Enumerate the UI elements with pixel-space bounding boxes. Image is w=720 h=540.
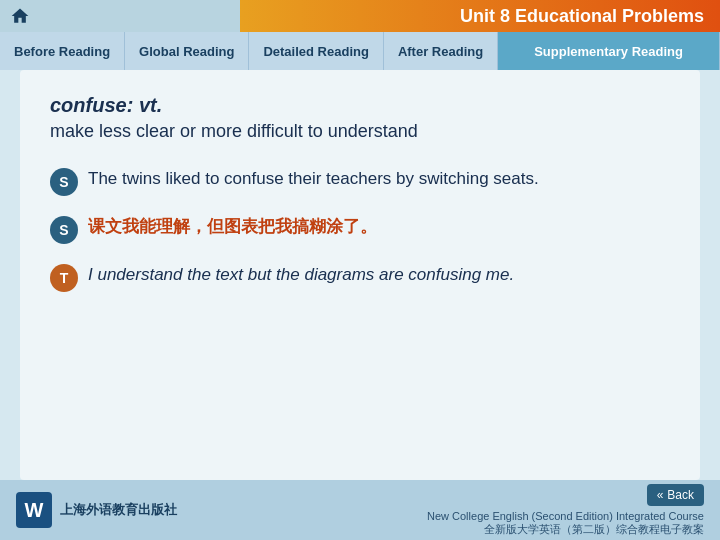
book-line1: New College English (Second Edition) Int… [427,510,704,522]
example-text-1: The twins liked to confuse their teacher… [88,166,539,192]
bullet-s-1: S [50,168,78,196]
book-line2: 全新版大学英语（第二版）综合教程电子教案 [427,522,704,537]
example-text-2: 课文我能理解，但图表把我搞糊涂了。 [88,214,377,240]
logo-text: 上海外语教育出版社 [60,501,177,519]
word-definition: make less clear or more difficult to und… [50,121,670,142]
tab-supplementary-reading[interactable]: Supplementary Reading [498,32,720,70]
home-icon[interactable] [10,6,30,26]
tab-bar: Before Reading Global Reading Detailed R… [0,32,720,70]
tab-before-reading[interactable]: Before Reading [0,32,125,70]
header-bar: Unit 8 Educational Problems [240,0,720,32]
word-pos: vt. [139,94,162,116]
bottom-bar: W 上海外语教育出版社 « Back New College English (… [0,480,720,540]
publisher-logo: W 上海外语教育出版社 [16,492,177,528]
example-item-3: T I understand the text but the diagrams… [50,262,670,292]
home-area [0,0,240,32]
logo-icon: W [16,492,52,528]
main-content: confuse: vt. make less clear or more dif… [20,70,700,480]
bullet-s-2: S [50,216,78,244]
example-item-2: S 课文我能理解，但图表把我搞糊涂了。 [50,214,670,244]
tab-detailed-reading[interactable]: Detailed Reading [249,32,383,70]
word-label: confuse: [50,94,133,116]
tab-after-reading[interactable]: After Reading [384,32,498,70]
bottom-right-area: « Back New College English (Second Editi… [427,484,704,537]
example-text-3: I understand the text but the diagrams a… [88,262,514,288]
tab-global-reading[interactable]: Global Reading [125,32,249,70]
word-title: confuse: vt. [50,94,670,117]
header-title: Unit 8 Educational Problems [460,6,704,27]
bullet-t-1: T [50,264,78,292]
back-button[interactable]: « Back [647,484,704,506]
example-item-1: S The twins liked to confuse their teach… [50,166,670,196]
